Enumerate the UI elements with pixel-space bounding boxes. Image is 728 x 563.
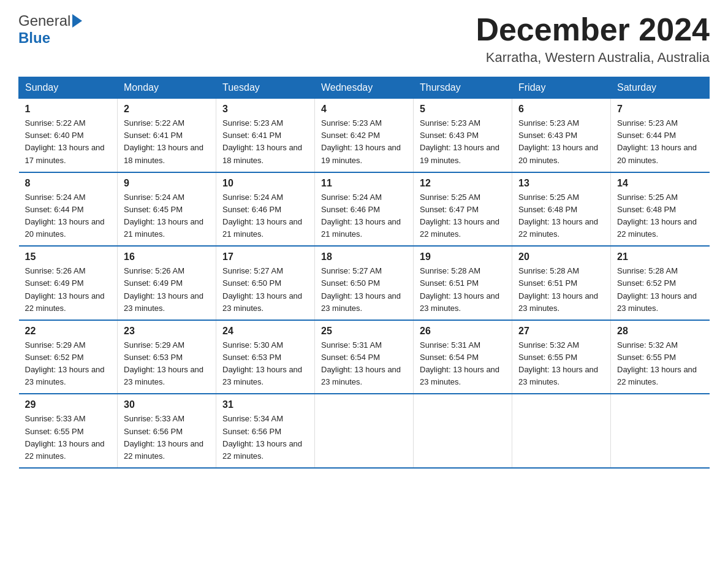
day-number: 29 [25, 399, 112, 410]
day-number: 6 [518, 104, 604, 115]
day-info: Sunrise: 5:33 AMSunset: 6:55 PMDaylight:… [25, 413, 112, 462]
day-number: 2 [124, 104, 210, 115]
calendar-cell: 1 Sunrise: 5:22 AMSunset: 6:40 PMDayligh… [19, 99, 118, 172]
calendar-cell: 9 Sunrise: 5:24 AMSunset: 6:45 PMDayligh… [118, 172, 216, 247]
calendar-cell: 11 Sunrise: 5:24 AMSunset: 6:46 PMDaylig… [315, 172, 414, 247]
day-number: 22 [25, 326, 112, 337]
day-info: Sunrise: 5:27 AMSunset: 6:50 PMDaylight:… [321, 265, 407, 315]
calendar-table: SundayMondayTuesdayWednesdayThursdayFrid… [18, 77, 710, 469]
calendar-cell: 31 Sunrise: 5:34 AMSunset: 6:56 PMDaylig… [216, 394, 315, 468]
day-number: 21 [617, 251, 703, 262]
weekday-header-thursday: Thursday [414, 77, 512, 99]
calendar-cell: 14 Sunrise: 5:25 AMSunset: 6:48 PMDaylig… [611, 172, 710, 247]
calendar-cell: 28 Sunrise: 5:32 AMSunset: 6:55 PMDaylig… [611, 320, 710, 394]
week-row-2: 8 Sunrise: 5:24 AMSunset: 6:44 PMDayligh… [19, 172, 710, 247]
calendar-cell: 17 Sunrise: 5:27 AMSunset: 6:50 PMDaylig… [216, 246, 315, 320]
day-number: 9 [124, 178, 210, 189]
weekday-header-row: SundayMondayTuesdayWednesdayThursdayFrid… [19, 77, 710, 99]
day-info: Sunrise: 5:23 AMSunset: 6:44 PMDaylight:… [617, 117, 703, 167]
weekday-header-sunday: Sunday [19, 77, 118, 99]
calendar-cell: 29 Sunrise: 5:33 AMSunset: 6:55 PMDaylig… [19, 394, 118, 468]
week-row-1: 1 Sunrise: 5:22 AMSunset: 6:40 PMDayligh… [19, 99, 710, 172]
day-number: 11 [321, 178, 407, 189]
weekday-header-tuesday: Tuesday [216, 77, 315, 99]
week-row-4: 22 Sunrise: 5:29 AMSunset: 6:52 PMDaylig… [19, 320, 710, 394]
day-info: Sunrise: 5:29 AMSunset: 6:53 PMDaylight:… [124, 339, 210, 389]
day-info: Sunrise: 5:32 AMSunset: 6:55 PMDaylight:… [518, 339, 604, 389]
logo: General Blue [18, 12, 82, 47]
day-info: Sunrise: 5:23 AMSunset: 6:41 PMDaylight:… [222, 117, 308, 167]
day-number: 25 [321, 326, 407, 337]
day-number: 23 [124, 326, 210, 337]
day-info: Sunrise: 5:28 AMSunset: 6:51 PMDaylight:… [518, 265, 604, 315]
location-title: Karratha, Western Australia, Australia [476, 50, 710, 66]
day-info: Sunrise: 5:22 AMSunset: 6:41 PMDaylight:… [124, 117, 210, 167]
calendar-cell [315, 394, 414, 468]
day-info: Sunrise: 5:24 AMSunset: 6:45 PMDaylight:… [124, 191, 210, 241]
calendar-cell [414, 394, 512, 468]
calendar-cell: 6 Sunrise: 5:23 AMSunset: 6:43 PMDayligh… [512, 99, 611, 172]
day-number: 16 [124, 251, 210, 262]
calendar-cell: 19 Sunrise: 5:28 AMSunset: 6:51 PMDaylig… [414, 246, 512, 320]
day-info: Sunrise: 5:22 AMSunset: 6:40 PMDaylight:… [25, 117, 112, 167]
day-number: 1 [25, 104, 112, 115]
logo-general-text: General [18, 12, 70, 29]
day-info: Sunrise: 5:24 AMSunset: 6:44 PMDaylight:… [25, 191, 112, 241]
calendar-cell: 21 Sunrise: 5:28 AMSunset: 6:52 PMDaylig… [611, 246, 710, 320]
day-number: 15 [25, 251, 112, 262]
day-number: 26 [420, 326, 506, 337]
calendar-cell: 4 Sunrise: 5:23 AMSunset: 6:42 PMDayligh… [315, 99, 414, 172]
calendar-cell: 2 Sunrise: 5:22 AMSunset: 6:41 PMDayligh… [118, 99, 216, 172]
calendar-cell [611, 394, 710, 468]
calendar-cell: 16 Sunrise: 5:26 AMSunset: 6:49 PMDaylig… [118, 246, 216, 320]
calendar-cell: 23 Sunrise: 5:29 AMSunset: 6:53 PMDaylig… [118, 320, 216, 394]
calendar-cell: 5 Sunrise: 5:23 AMSunset: 6:43 PMDayligh… [414, 99, 512, 172]
day-number: 24 [222, 326, 308, 337]
day-number: 31 [222, 399, 308, 410]
weekday-header-wednesday: Wednesday [315, 77, 414, 99]
calendar-cell: 3 Sunrise: 5:23 AMSunset: 6:41 PMDayligh… [216, 99, 315, 172]
day-info: Sunrise: 5:24 AMSunset: 6:46 PMDaylight:… [321, 191, 407, 241]
day-info: Sunrise: 5:23 AMSunset: 6:42 PMDaylight:… [321, 117, 407, 167]
day-info: Sunrise: 5:25 AMSunset: 6:48 PMDaylight:… [617, 191, 703, 241]
day-info: Sunrise: 5:31 AMSunset: 6:54 PMDaylight:… [321, 339, 407, 389]
logo-blue-text: Blue [18, 29, 50, 46]
calendar-cell: 10 Sunrise: 5:24 AMSunset: 6:46 PMDaylig… [216, 172, 315, 247]
day-info: Sunrise: 5:32 AMSunset: 6:55 PMDaylight:… [617, 339, 703, 389]
title-block: December 2024 Karratha, Western Australi… [476, 12, 710, 66]
calendar-cell: 15 Sunrise: 5:26 AMSunset: 6:49 PMDaylig… [19, 246, 118, 320]
day-number: 19 [420, 251, 506, 262]
day-number: 14 [617, 178, 703, 189]
day-info: Sunrise: 5:33 AMSunset: 6:56 PMDaylight:… [124, 413, 210, 462]
day-info: Sunrise: 5:26 AMSunset: 6:49 PMDaylight:… [124, 265, 210, 315]
day-info: Sunrise: 5:30 AMSunset: 6:53 PMDaylight:… [222, 339, 308, 389]
calendar-cell: 12 Sunrise: 5:25 AMSunset: 6:47 PMDaylig… [414, 172, 512, 247]
day-number: 5 [420, 104, 506, 115]
day-info: Sunrise: 5:23 AMSunset: 6:43 PMDaylight:… [420, 117, 506, 167]
calendar-cell: 20 Sunrise: 5:28 AMSunset: 6:51 PMDaylig… [512, 246, 611, 320]
day-number: 30 [124, 399, 210, 410]
calendar-cell: 7 Sunrise: 5:23 AMSunset: 6:44 PMDayligh… [611, 99, 710, 172]
day-number: 4 [321, 104, 407, 115]
day-info: Sunrise: 5:25 AMSunset: 6:47 PMDaylight:… [420, 191, 506, 241]
day-number: 10 [222, 178, 308, 189]
day-number: 7 [617, 104, 703, 115]
weekday-header-saturday: Saturday [611, 77, 710, 99]
week-row-5: 29 Sunrise: 5:33 AMSunset: 6:55 PMDaylig… [19, 394, 710, 468]
day-info: Sunrise: 5:31 AMSunset: 6:54 PMDaylight:… [420, 339, 506, 389]
calendar-cell: 30 Sunrise: 5:33 AMSunset: 6:56 PMDaylig… [118, 394, 216, 468]
day-info: Sunrise: 5:27 AMSunset: 6:50 PMDaylight:… [222, 265, 308, 315]
week-row-3: 15 Sunrise: 5:26 AMSunset: 6:49 PMDaylig… [19, 246, 710, 320]
day-info: Sunrise: 5:28 AMSunset: 6:52 PMDaylight:… [617, 265, 703, 315]
calendar-cell: 25 Sunrise: 5:31 AMSunset: 6:54 PMDaylig… [315, 320, 414, 394]
calendar-cell: 18 Sunrise: 5:27 AMSunset: 6:50 PMDaylig… [315, 246, 414, 320]
day-info: Sunrise: 5:34 AMSunset: 6:56 PMDaylight:… [222, 413, 308, 462]
day-info: Sunrise: 5:23 AMSunset: 6:43 PMDaylight:… [518, 117, 604, 167]
day-number: 20 [518, 251, 604, 262]
calendar-cell [512, 394, 611, 468]
day-number: 3 [222, 104, 308, 115]
calendar-cell: 13 Sunrise: 5:25 AMSunset: 6:48 PMDaylig… [512, 172, 611, 247]
page-header: General Blue December 2024 Karratha, Wes… [18, 12, 710, 66]
weekday-header-friday: Friday [512, 77, 611, 99]
day-info: Sunrise: 5:26 AMSunset: 6:49 PMDaylight:… [25, 265, 112, 315]
